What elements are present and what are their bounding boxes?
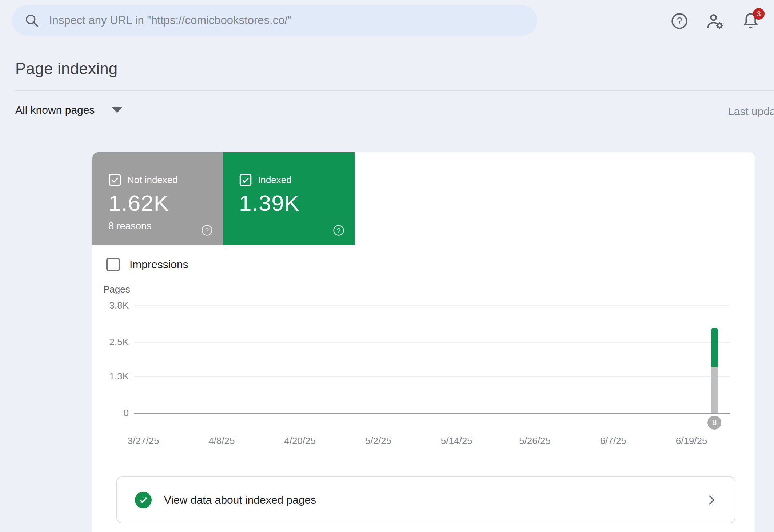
x-tick-label: 4/8/25 bbox=[208, 435, 235, 447]
notification-count-badge: 3 bbox=[753, 8, 765, 20]
x-tick-label: 5/2/25 bbox=[365, 435, 391, 447]
not-indexed-reasons: 8 reasons bbox=[108, 221, 152, 232]
stacked-bar[interactable] bbox=[711, 305, 718, 413]
notifications-button[interactable]: 3 bbox=[741, 11, 761, 31]
svg-text:?: ? bbox=[337, 227, 340, 234]
last-updated-text: Last upda bbox=[728, 105, 774, 118]
x-tick-label: 6/7/25 bbox=[600, 435, 626, 447]
y-tick-label: 3.8K bbox=[92, 300, 129, 311]
view-indexed-data-link[interactable]: View data about indexed pages bbox=[116, 476, 735, 523]
indexed-summary-box[interactable]: Indexed 1.39K ? bbox=[223, 152, 355, 245]
x-tick-label: 5/26/25 bbox=[519, 435, 551, 447]
x-tick-label: 4/20/25 bbox=[284, 435, 316, 447]
y-tick-label: 0 bbox=[92, 407, 129, 418]
help-button[interactable]: ? bbox=[669, 11, 690, 31]
page-filter-dropdown[interactable]: All known pages bbox=[15, 104, 122, 116]
y-tick-label: 2.5K bbox=[92, 336, 129, 347]
indexed-value: 1.39K bbox=[239, 190, 300, 216]
chart-plot: 8 bbox=[134, 305, 730, 413]
help-icon[interactable]: ? bbox=[200, 224, 214, 237]
page-title: Page indexing bbox=[15, 60, 118, 78]
not-indexed-checkbox-row[interactable]: Not indexed bbox=[108, 173, 178, 186]
svg-text:?: ? bbox=[677, 15, 682, 27]
x-tick-label: 6/19/25 bbox=[676, 435, 707, 447]
bar-marker-badge[interactable]: 8 bbox=[707, 416, 721, 430]
x-tick-label: 5/14/25 bbox=[441, 435, 472, 447]
indexing-report-card: Not indexed 1.62K 8 reasons ? Indexed 1.… bbox=[92, 152, 755, 532]
not-indexed-summary-box[interactable]: Not indexed 1.62K 8 reasons ? bbox=[92, 152, 223, 245]
view-data-label: View data about indexed pages bbox=[164, 494, 316, 506]
x-tick-label: 3/27/25 bbox=[128, 435, 159, 447]
gridline bbox=[134, 305, 730, 306]
search-placeholder: Inspect any URL in "https://comicbooksto… bbox=[49, 14, 292, 27]
help-icon[interactable]: ? bbox=[332, 224, 345, 237]
topbar-actions: ? bbox=[669, 11, 761, 31]
header-divider bbox=[15, 90, 774, 91]
page-filter-label: All known pages bbox=[15, 104, 95, 116]
gridline bbox=[134, 413, 730, 414]
y-tick-label: 1.3K bbox=[92, 371, 129, 382]
chart-x-labels: 3/27/254/8/254/20/255/2/255/14/255/26/25… bbox=[134, 435, 730, 447]
green-check-icon bbox=[135, 492, 152, 508]
not-indexed-label: Not indexed bbox=[127, 174, 178, 186]
chart-y-axis-title: Pages bbox=[103, 284, 130, 295]
chevron-down-icon bbox=[112, 107, 122, 113]
user-settings-button[interactable] bbox=[705, 11, 725, 31]
indexed-label: Indexed bbox=[258, 174, 292, 186]
svg-text:?: ? bbox=[205, 227, 209, 234]
gridline bbox=[134, 376, 730, 377]
checkbox-checked-icon bbox=[108, 173, 121, 186]
chevron-right-icon bbox=[704, 493, 719, 507]
checkbox-unchecked-icon[interactable] bbox=[106, 258, 120, 271]
bar-segment-indexed bbox=[711, 328, 718, 367]
not-indexed-value: 1.62K bbox=[108, 190, 169, 216]
indexed-checkbox-row[interactable]: Indexed bbox=[239, 173, 292, 186]
search-icon bbox=[24, 12, 40, 28]
impressions-label: Impressions bbox=[129, 258, 188, 271]
help-icon: ? bbox=[670, 11, 689, 31]
checkbox-checked-icon bbox=[239, 173, 252, 186]
gridline bbox=[134, 342, 730, 343]
impressions-toggle[interactable]: Impressions bbox=[106, 258, 188, 271]
bar-segment-not-indexed bbox=[711, 367, 718, 413]
url-inspect-search-bar[interactable]: Inspect any URL in "https://comicbooksto… bbox=[12, 5, 537, 36]
user-settings-icon bbox=[705, 11, 725, 31]
